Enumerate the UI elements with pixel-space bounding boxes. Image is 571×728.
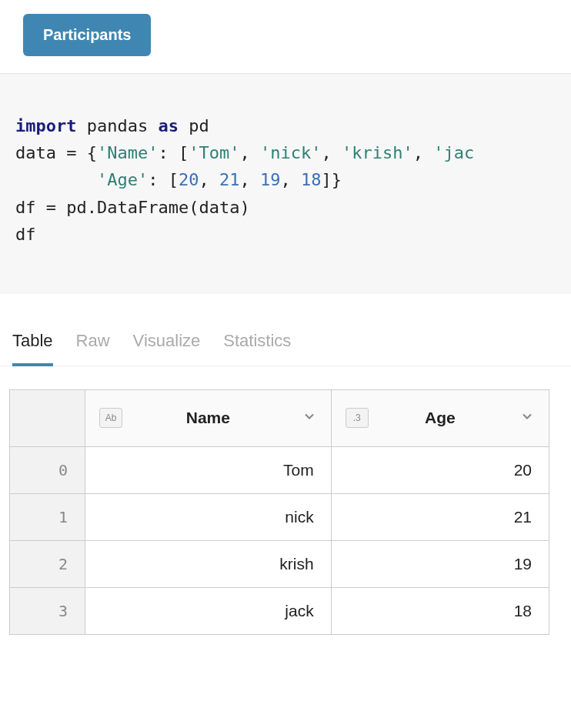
code-number: 18 — [301, 170, 322, 189]
participants-button[interactable]: Participants — [23, 14, 151, 56]
code-string: 'jac — [433, 143, 474, 162]
code-string: 'Age' — [97, 170, 148, 189]
code-text: , — [413, 143, 434, 162]
row-index: 0 — [10, 446, 85, 493]
code-number: 20 — [179, 170, 199, 189]
cell-age: 19 — [331, 540, 549, 587]
cell-name: jack — [85, 587, 332, 634]
column-name: Age — [369, 409, 512, 427]
tab-statistics[interactable]: Statistics — [223, 331, 291, 366]
code-text: : [ — [158, 143, 189, 162]
code-text: pandas — [76, 116, 158, 135]
index-header — [10, 389, 85, 446]
code-text: df = pd.DataFrame(data) — [15, 198, 250, 217]
cell-name: krish — [85, 540, 332, 587]
table-output: Ab Name .3 Age — [0, 366, 571, 635]
column-header-name[interactable]: Ab Name — [85, 389, 332, 446]
column-name: Name — [122, 409, 294, 427]
code-text: , — [199, 170, 219, 189]
chevron-down-icon[interactable] — [519, 409, 535, 428]
cell-age: 21 — [331, 493, 549, 540]
tab-table[interactable]: Table — [12, 331, 53, 366]
code-number: 19 — [260, 170, 281, 189]
code-keyword: import — [15, 116, 76, 135]
table-row: 2 krish 19 — [10, 540, 549, 587]
type-badge-string-icon: Ab — [99, 408, 122, 428]
output-tabs: Table Raw Visualize Statistics — [0, 294, 571, 366]
code-text: , — [280, 170, 301, 189]
type-badge-number-icon: .3 — [346, 408, 369, 428]
row-index: 1 — [10, 493, 85, 540]
tab-raw[interactable]: Raw — [76, 331, 110, 366]
table-row: 0 Tom 20 — [10, 446, 549, 493]
top-toolbar: Participants — [0, 0, 571, 74]
code-string: 'nick' — [260, 143, 321, 162]
code-text: , — [239, 170, 260, 189]
code-number: 21 — [219, 170, 240, 189]
row-index: 2 — [10, 540, 85, 587]
code-keyword: as — [158, 116, 179, 135]
table-row: 1 nick 21 — [10, 493, 549, 540]
code-text — [15, 170, 97, 189]
code-text: df — [15, 225, 36, 244]
chevron-down-icon[interactable] — [302, 409, 317, 428]
code-string: 'krish' — [342, 143, 413, 162]
code-text: ]} — [321, 170, 342, 189]
code-text: , — [321, 143, 342, 162]
code-text: data = { — [15, 143, 97, 162]
cell-name: Tom — [85, 446, 332, 493]
cell-age: 18 — [331, 587, 549, 634]
code-cell[interactable]: import pandas as pd data = {'Name': ['To… — [0, 74, 571, 294]
row-index: 3 — [10, 587, 85, 634]
cell-age: 20 — [331, 446, 549, 493]
column-header-age[interactable]: .3 Age — [331, 389, 549, 446]
code-string: 'Name' — [97, 143, 158, 162]
code-string: 'Tom' — [189, 143, 239, 162]
code-text: pd — [179, 116, 209, 135]
tab-visualize[interactable]: Visualize — [133, 331, 201, 366]
dataframe-table: Ab Name .3 Age — [9, 389, 549, 635]
cell-name: nick — [85, 493, 332, 540]
code-text: : [ — [148, 170, 179, 189]
code-text: , — [239, 143, 260, 162]
table-row: 3 jack 18 — [10, 587, 549, 634]
